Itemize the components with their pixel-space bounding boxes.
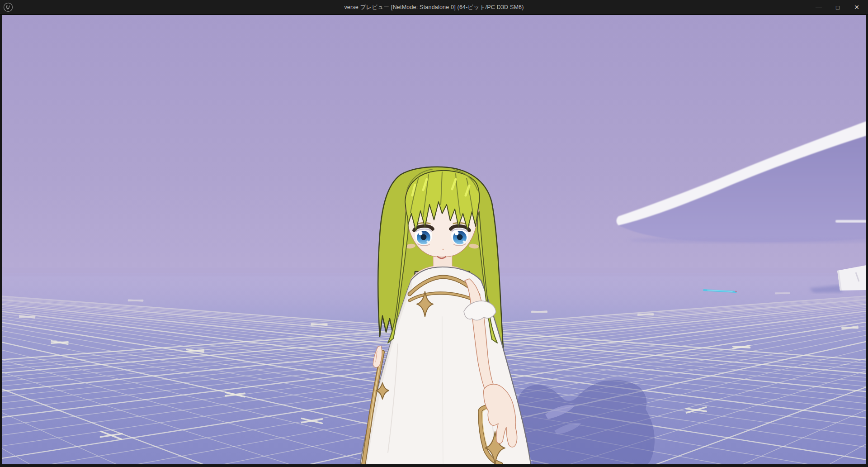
game-viewport[interactable] — [2, 14, 866, 464]
window-controls: — □ × — [809, 0, 866, 14]
application-window: verse プレビュー [NetMode: Standalone 0] (64-… — [0, 0, 868, 467]
maximize-button[interactable]: □ — [828, 0, 847, 14]
minimize-button[interactable]: — — [809, 0, 828, 14]
close-button[interactable]: × — [847, 0, 866, 14]
distant-white-edge — [835, 220, 866, 223]
window-title: verse プレビュー [NetMode: Standalone 0] (64-… — [0, 4, 868, 11]
unreal-logo-icon — [3, 2, 13, 12]
title-bar[interactable]: verse プレビュー [NetMode: Standalone 0] (64-… — [0, 0, 868, 15]
